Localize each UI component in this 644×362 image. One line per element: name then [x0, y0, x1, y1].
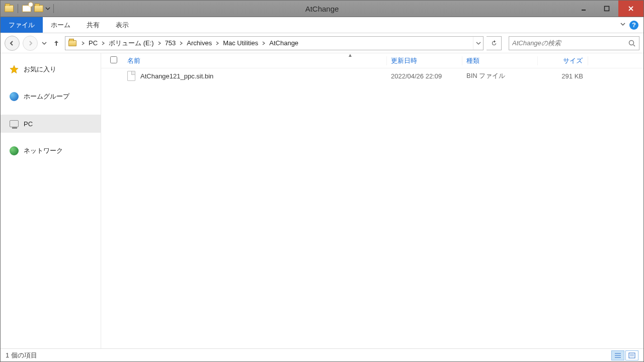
file-rows: AtChange121_ppc.sit.bin 2022/04/26 22:09…: [101, 68, 643, 348]
sidebar-item-favorites[interactable]: お気に入り: [1, 60, 101, 78]
address-bar[interactable]: PC ボリューム (E:) 753 Archives Mac Utilities…: [65, 36, 484, 50]
history-dropdown[interactable]: [41, 41, 48, 46]
svg-rect-1: [605, 7, 609, 11]
sidebar-label: ホームグループ: [24, 92, 69, 101]
search-icon[interactable]: [628, 39, 636, 47]
chevron-right-icon[interactable]: [79, 37, 87, 50]
window-title: AtChange: [305, 5, 339, 13]
network-icon: [10, 146, 19, 155]
file-row[interactable]: AtChange121_ppc.sit.bin 2022/04/26 22:09…: [101, 68, 643, 83]
sidebar-label: ネットワーク: [24, 146, 63, 155]
qat-dropdown[interactable]: [45, 3, 50, 14]
file-size: 291 KB: [538, 72, 588, 80]
breadcrumb-753[interactable]: 753: [163, 37, 178, 50]
help-icon[interactable]: ?: [629, 21, 638, 30]
folder-icon: [65, 40, 79, 46]
column-headers: 名前 ▲ 更新日時 種類 サイズ: [101, 53, 643, 68]
search-input[interactable]: [512, 39, 628, 47]
folder-icon[interactable]: [4, 3, 15, 14]
titlebar: AtChange: [1, 1, 643, 17]
svg-rect-8: [630, 354, 634, 356]
ribbon-collapse-icon[interactable]: [619, 21, 626, 29]
ribbon-tabs: ファイル ホーム 共有 表示 ?: [1, 17, 643, 33]
breadcrumb-macutilities[interactable]: Mac Utilities: [221, 37, 260, 50]
column-type[interactable]: 種類: [462, 56, 538, 65]
address-dropdown[interactable]: [473, 37, 483, 50]
breadcrumb-volume[interactable]: ボリューム (E:): [107, 37, 156, 50]
maximize-button[interactable]: [595, 1, 618, 17]
back-button[interactable]: [5, 36, 20, 51]
chevron-right-icon[interactable]: [260, 37, 267, 50]
file-name: AtChange121_ppc.sit.bin: [140, 72, 213, 80]
navigation-pane: お気に入り ホームグループ PC ネットワーク: [1, 53, 101, 348]
homegroup-icon: [10, 92, 19, 101]
breadcrumb-pc[interactable]: PC: [87, 37, 100, 50]
chevron-right-icon[interactable]: [100, 37, 107, 50]
sidebar-label: PC: [24, 120, 33, 128]
properties-icon[interactable]: [21, 3, 32, 14]
star-icon: [10, 65, 19, 74]
tab-home[interactable]: ホーム: [43, 17, 78, 33]
sidebar-label: お気に入り: [24, 65, 56, 74]
chevron-right-icon[interactable]: [214, 37, 221, 50]
quick-access-toolbar: [1, 3, 59, 14]
refresh-button[interactable]: [487, 36, 502, 50]
sidebar-item-homegroup[interactable]: ホームグループ: [1, 87, 101, 106]
column-date[interactable]: 更新日時: [387, 56, 462, 65]
icons-view-button[interactable]: [625, 350, 638, 360]
up-button[interactable]: [51, 38, 62, 49]
separator: [18, 4, 18, 13]
tab-view[interactable]: 表示: [108, 17, 137, 33]
view-mode-toggles: [611, 350, 638, 360]
pc-icon: [10, 120, 19, 127]
minimize-button[interactable]: [572, 1, 595, 17]
item-count: 1 個の項目: [6, 351, 37, 360]
close-button[interactable]: [618, 1, 643, 17]
file-icon: [127, 71, 135, 81]
column-size[interactable]: サイズ: [538, 56, 588, 65]
svg-line-3: [633, 45, 635, 46]
sidebar-item-pc[interactable]: PC: [1, 115, 101, 133]
sort-indicator-icon: ▲: [348, 52, 353, 58]
tab-share[interactable]: 共有: [78, 17, 108, 33]
chevron-right-icon[interactable]: [156, 37, 163, 50]
chevron-right-icon[interactable]: [178, 37, 185, 50]
new-folder-icon[interactable]: [33, 3, 44, 14]
breadcrumb-atchange[interactable]: AtChange: [267, 37, 300, 50]
select-all-checkbox[interactable]: [110, 56, 123, 65]
svg-point-2: [629, 40, 634, 45]
navigation-bar: PC ボリューム (E:) 753 Archives Mac Utilities…: [1, 33, 643, 53]
breadcrumb-archives[interactable]: Archives: [185, 37, 214, 50]
file-list-pane: 名前 ▲ 更新日時 種類 サイズ AtChange121_ppc.sit.bin…: [101, 53, 643, 348]
window-controls: [572, 1, 643, 17]
status-bar: 1 個の項目: [1, 348, 643, 361]
separator: [53, 4, 54, 13]
search-box[interactable]: [509, 36, 639, 50]
file-type: BIN ファイル: [462, 71, 538, 80]
sidebar-item-network[interactable]: ネットワーク: [1, 142, 101, 160]
forward-button[interactable]: [23, 36, 38, 51]
tab-file[interactable]: ファイル: [1, 17, 43, 33]
file-date: 2022/04/26 22:09: [387, 72, 462, 80]
details-view-button[interactable]: [611, 350, 624, 360]
